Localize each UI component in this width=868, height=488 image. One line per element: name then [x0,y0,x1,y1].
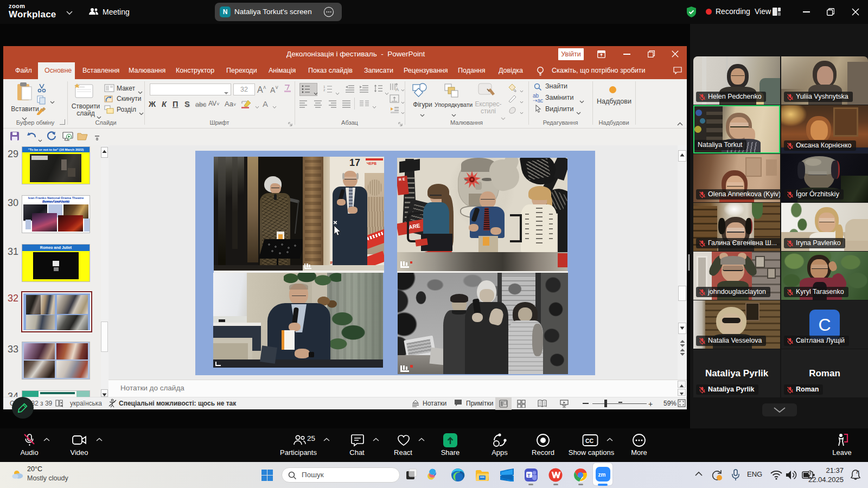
svg-text:T: T [527,473,531,478]
svg-text:zm: zm [598,472,606,478]
svg-text:z: z [858,470,860,473]
svg-text:CC: CC [585,438,594,444]
svg-text:A: A [395,87,399,92]
svg-text:2: 2 [323,88,326,92]
